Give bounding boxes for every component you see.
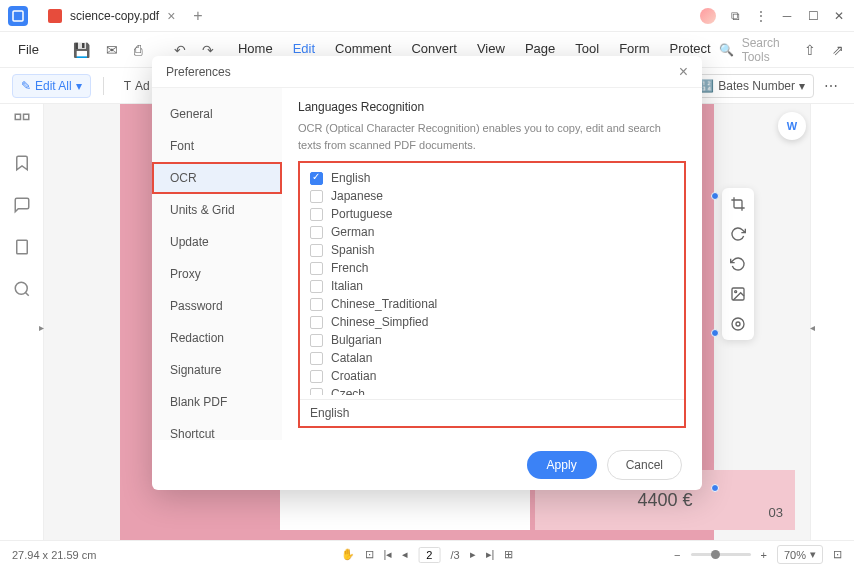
rotate-ccw-icon[interactable]: [730, 256, 746, 272]
pref-tab-signature[interactable]: Signature: [152, 354, 282, 386]
language-option[interactable]: Chinese_Simpfied: [310, 313, 674, 331]
checkbox[interactable]: [310, 262, 323, 275]
checkbox[interactable]: [310, 316, 323, 329]
checkbox[interactable]: [310, 352, 323, 365]
save-icon[interactable]: 💾: [69, 42, 94, 58]
language-option[interactable]: Bulgarian: [310, 331, 674, 349]
checkbox[interactable]: [310, 388, 323, 396]
cancel-button[interactable]: Cancel: [607, 450, 682, 480]
view-toggle-icon[interactable]: ⊞: [504, 548, 513, 561]
more-icon[interactable]: ⋯: [820, 78, 842, 94]
zoom-in-icon[interactable]: +: [761, 549, 767, 561]
minimize-button[interactable]: ─: [780, 9, 794, 23]
bates-number-button[interactable]: 🔢 Bates Number ▾: [690, 74, 814, 98]
prev-page-icon[interactable]: ◂: [402, 548, 408, 561]
attachment-icon[interactable]: [13, 238, 31, 256]
language-list[interactable]: EnglishJapanesePortugueseGermanSpanishFr…: [300, 169, 684, 395]
settings-icon[interactable]: [730, 316, 746, 332]
checkbox[interactable]: [310, 190, 323, 203]
language-option[interactable]: Japanese: [310, 187, 674, 205]
checkbox[interactable]: [310, 334, 323, 347]
dialog-close-button[interactable]: ×: [679, 63, 688, 81]
zoom-level-select[interactable]: 70% ▾: [777, 545, 823, 564]
checkbox[interactable]: [310, 226, 323, 239]
checkbox[interactable]: [310, 370, 323, 383]
language-label: Chinese_Traditional: [331, 297, 437, 311]
pref-tab-shortcut[interactable]: Shortcut: [152, 418, 282, 440]
zoom-out-icon[interactable]: −: [674, 549, 680, 561]
zoom-slider[interactable]: [691, 553, 751, 556]
pref-tab-update[interactable]: Update: [152, 226, 282, 258]
language-option[interactable]: French: [310, 259, 674, 277]
last-page-icon[interactable]: ▸|: [486, 548, 495, 561]
close-button[interactable]: ✕: [832, 9, 846, 23]
language-option[interactable]: English: [310, 169, 674, 187]
checkbox[interactable]: [310, 208, 323, 221]
search-placeholder[interactable]: Search Tools: [742, 36, 780, 64]
expand-left-icon[interactable]: ▸: [39, 322, 44, 333]
share-icon[interactable]: ⇗: [828, 42, 848, 58]
first-page-icon[interactable]: |◂: [384, 548, 393, 561]
page-input[interactable]: [418, 547, 440, 563]
selection-handle[interactable]: [711, 484, 719, 492]
pref-tab-blank-pdf[interactable]: Blank PDF: [152, 386, 282, 418]
pref-tab-redaction[interactable]: Redaction: [152, 322, 282, 354]
checkbox[interactable]: [310, 172, 323, 185]
print-icon[interactable]: ⎙: [130, 42, 146, 58]
language-option[interactable]: Spanish: [310, 241, 674, 259]
language-option[interactable]: German: [310, 223, 674, 241]
maximize-button[interactable]: ☐: [806, 9, 820, 23]
fit-tool-icon[interactable]: ⊡: [365, 548, 374, 561]
open-external-icon[interactable]: ⧉: [728, 9, 742, 23]
content-description: OCR (Optical Character Recognition) enab…: [298, 120, 686, 153]
pref-tab-general[interactable]: General: [152, 98, 282, 130]
crop-icon[interactable]: [730, 196, 746, 212]
selection-handle[interactable]: [711, 329, 719, 337]
thumbnails-icon[interactable]: [13, 112, 31, 130]
language-option[interactable]: Catalan: [310, 349, 674, 367]
image-icon[interactable]: [730, 286, 746, 302]
pref-tab-ocr[interactable]: OCR: [152, 162, 282, 194]
mail-icon[interactable]: ✉: [102, 42, 122, 58]
pref-tab-font[interactable]: Font: [152, 130, 282, 162]
svg-rect-0: [13, 11, 23, 21]
rotate-cw-icon[interactable]: [730, 226, 746, 242]
new-tab-button[interactable]: +: [193, 7, 202, 25]
checkbox[interactable]: [310, 280, 323, 293]
checkbox[interactable]: [310, 298, 323, 311]
document-tab[interactable]: science-copy.pdf ×: [38, 4, 185, 28]
expand-right-icon[interactable]: ◂: [810, 322, 815, 333]
user-avatar[interactable]: [700, 8, 716, 24]
checkbox[interactable]: [310, 244, 323, 257]
tab-close-icon[interactable]: ×: [167, 8, 175, 24]
pref-tab-units---grid[interactable]: Units & Grid: [152, 194, 282, 226]
language-option[interactable]: Portuguese: [310, 205, 674, 223]
bookmark-icon[interactable]: [13, 154, 31, 172]
page-total: /3: [450, 549, 459, 561]
hand-tool-icon[interactable]: ✋: [341, 548, 355, 561]
preferences-sidebar: GeneralFontOCRUnits & GridUpdateProxyPas…: [152, 88, 282, 440]
file-menu[interactable]: File: [12, 42, 45, 57]
right-sidebar: ◂: [810, 104, 854, 540]
selection-handle[interactable]: [711, 192, 719, 200]
language-option[interactable]: Czech: [310, 385, 674, 395]
comment-icon[interactable]: [13, 196, 31, 214]
cloud-upload-icon[interactable]: ⇧: [800, 42, 820, 58]
next-page-icon[interactable]: ▸: [470, 548, 476, 561]
language-option[interactable]: Italian: [310, 277, 674, 295]
fullscreen-icon[interactable]: ⊡: [833, 548, 842, 561]
svg-line-5: [25, 292, 28, 295]
pref-tab-proxy[interactable]: Proxy: [152, 258, 282, 290]
search-panel-icon[interactable]: [13, 280, 31, 298]
language-option[interactable]: Chinese_Traditional: [310, 295, 674, 313]
floating-toolbar: [722, 188, 754, 340]
language-label: Croatian: [331, 369, 376, 383]
edit-all-button[interactable]: ✎ Edit All ▾: [12, 74, 91, 98]
language-option[interactable]: Croatian: [310, 367, 674, 385]
apply-button[interactable]: Apply: [527, 451, 597, 479]
dialog-header: Preferences ×: [152, 56, 702, 88]
language-label: English: [331, 171, 370, 185]
menu-dots-icon[interactable]: ⋮: [754, 9, 768, 23]
pref-tab-password[interactable]: Password: [152, 290, 282, 322]
word-export-button[interactable]: W: [778, 112, 806, 140]
